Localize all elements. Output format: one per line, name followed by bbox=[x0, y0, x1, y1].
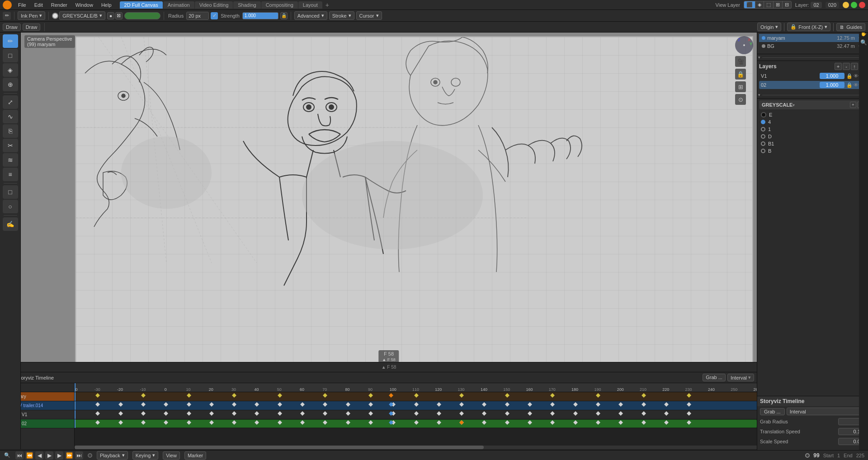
keyframe--20[interactable] bbox=[118, 420, 123, 425]
tool-icon-small[interactable]: ✏ bbox=[3, 12, 11, 20]
camera-nav-btn[interactable]: 🎥 bbox=[735, 56, 746, 67]
keyframe-130[interactable] bbox=[459, 411, 464, 416]
keyframe-120[interactable] bbox=[437, 411, 441, 416]
keyframe--10[interactable] bbox=[141, 393, 146, 398]
keyframe-110[interactable] bbox=[414, 393, 419, 398]
keyframe-80[interactable] bbox=[346, 402, 350, 407]
tab-video-editing[interactable]: Video Editing bbox=[195, 1, 233, 9]
interval-btn-timeline[interactable]: Interval▾ bbox=[727, 374, 754, 381]
tool-clone[interactable]: ⎘ bbox=[3, 124, 18, 138]
color-item-d[interactable]: D bbox=[759, 133, 866, 140]
tool-transform[interactable]: ⤢ bbox=[3, 95, 18, 109]
keyframe-10[interactable] bbox=[187, 420, 191, 425]
tool-eyedropper[interactable]: ⊕ bbox=[3, 78, 18, 91]
layer-02[interactable]: 02 1.000 🔒 👁 ⋮ bbox=[759, 81, 866, 89]
keyframe-90[interactable] bbox=[368, 420, 373, 425]
radius-input[interactable]: 20 px bbox=[186, 12, 209, 20]
next-keyframe-btn[interactable]: ⏩ bbox=[65, 451, 73, 460]
keyframe-90[interactable] bbox=[368, 411, 373, 416]
playback-menu[interactable]: Playback ▾ bbox=[97, 451, 128, 460]
keyframe-50[interactable] bbox=[278, 411, 282, 416]
maximize-button[interactable] bbox=[851, 2, 857, 8]
keyframe-110[interactable] bbox=[414, 420, 419, 425]
prev-keyframe-btn[interactable]: ⏪ bbox=[25, 451, 33, 460]
tab-add-button[interactable]: + bbox=[323, 0, 332, 9]
keyframe-110[interactable] bbox=[414, 411, 419, 416]
scroll-thumb[interactable] bbox=[75, 446, 484, 449]
mode-toggle[interactable]: Draw bbox=[3, 23, 21, 31]
tool-box[interactable]: □ bbox=[3, 185, 18, 199]
keyframe--10[interactable] bbox=[141, 402, 146, 407]
keyframe-0[interactable] bbox=[164, 420, 168, 425]
keyframe-130[interactable] bbox=[459, 393, 464, 398]
keyframe-70[interactable] bbox=[323, 411, 327, 416]
keyframe-40[interactable] bbox=[255, 402, 259, 407]
guides-dropdown[interactable]: 🗎 Guides bbox=[836, 23, 865, 31]
keyframe-160[interactable] bbox=[528, 402, 532, 407]
keyframe-120[interactable] bbox=[437, 402, 441, 407]
keyframe-60[interactable] bbox=[300, 420, 305, 425]
keyframe-200[interactable] bbox=[618, 420, 623, 425]
keyframe-140[interactable] bbox=[482, 411, 486, 416]
keyframe-230[interactable] bbox=[687, 420, 691, 425]
menu-file[interactable]: File bbox=[14, 1, 30, 9]
tool-smooth[interactable]: ≋ bbox=[3, 153, 18, 167]
keyframe-60[interactable] bbox=[300, 411, 305, 416]
keyframe-track-summary[interactable] bbox=[75, 392, 757, 401]
grid-nav-btn[interactable]: ⊞ bbox=[735, 81, 746, 92]
next-frame-btn[interactable]: ▶ bbox=[55, 451, 63, 460]
tool-fill[interactable]: ◈ bbox=[3, 63, 18, 77]
keyframe-0[interactable] bbox=[164, 402, 168, 407]
keyframe-0[interactable] bbox=[164, 411, 168, 416]
keyframe-80[interactable] bbox=[346, 411, 350, 416]
keyframe-170[interactable] bbox=[550, 393, 555, 398]
tool-annotate[interactable]: ✍ bbox=[3, 217, 18, 231]
advanced-dropdown[interactable]: Advanced ▾ bbox=[294, 11, 327, 20]
tab-animation[interactable]: Animation bbox=[163, 1, 194, 9]
tab-shading[interactable]: Shading bbox=[233, 1, 260, 9]
overlay-nav-btn[interactable]: ⊙ bbox=[735, 94, 746, 105]
keyframe-150[interactable] bbox=[505, 402, 509, 407]
icon-btn-5[interactable]: ⊟ bbox=[783, 1, 791, 8]
color-item-e[interactable]: E bbox=[759, 111, 866, 118]
draw-mode-btn[interactable]: Draw bbox=[23, 23, 41, 31]
keyframe-170[interactable] bbox=[550, 411, 555, 416]
v1-lock-icon[interactable]: 🔒 bbox=[846, 73, 853, 79]
keyframe--30[interactable] bbox=[95, 411, 100, 416]
keyframe-20[interactable] bbox=[209, 411, 214, 416]
keyframe-20[interactable] bbox=[209, 420, 214, 425]
keyframe-180[interactable] bbox=[573, 420, 578, 425]
keyframe--20[interactable] bbox=[118, 402, 123, 407]
drawing-item-bg[interactable]: BG 32.47 m 👁 bbox=[759, 42, 866, 50]
keyframe-230[interactable] bbox=[687, 393, 691, 398]
keyframe-30[interactable] bbox=[232, 411, 236, 416]
keyframe-160[interactable] bbox=[528, 420, 532, 425]
grab-btn-timeline[interactable]: Grab ... bbox=[703, 374, 726, 381]
jump-start-btn[interactable]: ⏮ bbox=[15, 451, 24, 460]
keyframe-180[interactable] bbox=[573, 411, 578, 416]
keyframe-210[interactable] bbox=[642, 420, 646, 425]
time-ruler[interactable]: -40-30-20-100102030405060708090100110120… bbox=[75, 383, 757, 392]
strength-lock[interactable]: 🔒 bbox=[280, 12, 288, 19]
keyframe-220[interactable] bbox=[664, 402, 669, 407]
lock-nav-btn[interactable]: 🔒 bbox=[735, 69, 746, 80]
menu-edit[interactable]: Edit bbox=[31, 1, 47, 9]
menu-help[interactable]: Help bbox=[98, 1, 115, 9]
keyframe-200[interactable] bbox=[618, 402, 623, 407]
keyframe-150[interactable] bbox=[505, 393, 509, 398]
keyframe-210[interactable] bbox=[642, 402, 646, 407]
main-viewport[interactable]: Camera Perspective (99) maryam X Y Z 🎥 🔒… bbox=[21, 33, 757, 372]
tab-layout[interactable]: Layout bbox=[298, 1, 322, 9]
minimize-button[interactable] bbox=[843, 2, 849, 8]
keyframe-90[interactable] bbox=[368, 402, 373, 407]
keyframe-70[interactable] bbox=[323, 420, 327, 425]
keyframe-140[interactable] bbox=[482, 402, 486, 407]
keyframe-50[interactable] bbox=[278, 393, 282, 398]
drawing-item-maryam[interactable]: maryam 12.75 m 👁 bbox=[759, 34, 866, 42]
color-mode-dropdown[interactable]: GREYSCALE/B ▾ bbox=[59, 11, 105, 20]
keyframe-30[interactable] bbox=[232, 393, 236, 398]
keyframe-230[interactable] bbox=[687, 402, 691, 407]
keyframe--20[interactable] bbox=[118, 411, 123, 416]
color-gradient-btn[interactable]: ⊠ bbox=[115, 12, 123, 19]
marker-menu[interactable]: Marker bbox=[184, 451, 206, 460]
